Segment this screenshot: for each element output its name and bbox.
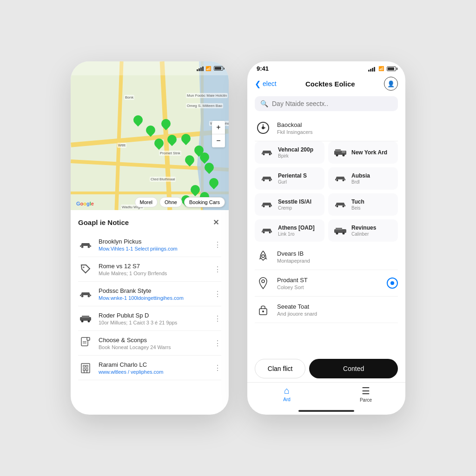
map-label: Cted Bluthnaal bbox=[150, 177, 176, 182]
svg-point-32 bbox=[269, 179, 271, 181]
scroll-area[interactable]: Baockoal Fkil Insingacers bbox=[247, 115, 405, 354]
more-button[interactable]: ⋮ bbox=[214, 314, 221, 323]
more-button[interactable]: ⋮ bbox=[214, 339, 221, 348]
map-tab-booking[interactable]: Booking Cars bbox=[184, 197, 225, 207]
grid-item-content: Periental S Gurl bbox=[278, 172, 307, 185]
zoom-in-button[interactable]: + bbox=[212, 121, 225, 134]
map-pin bbox=[167, 135, 177, 146]
list-item-title: Podssc Brank Styte bbox=[99, 287, 208, 294]
tab-parce[interactable]: ☰ Parce bbox=[326, 385, 405, 403]
grid-item-content: Revinues Calinber bbox=[351, 225, 376, 237]
svg-point-29 bbox=[343, 154, 345, 157]
svg-rect-15 bbox=[86, 365, 88, 367]
grid-item-athens[interactable]: Athens [OAD] Link 1ro bbox=[255, 219, 324, 242]
search-icon: 🔍 bbox=[260, 100, 268, 107]
svg-point-7 bbox=[81, 320, 84, 323]
list-item-content: Rome vs 12 S7 Mule Malres; 1 Oorry Brrfe… bbox=[99, 263, 208, 276]
back-button[interactable]: ❮ elect bbox=[255, 79, 277, 88]
grid-item-periental[interactable]: Periental S Gurl bbox=[255, 167, 324, 190]
confirm-button[interactable]: Conted bbox=[309, 359, 398, 378]
item-subtitle: Montapeprand bbox=[277, 258, 398, 264]
back-label: elect bbox=[263, 80, 277, 87]
status-icons-right: 📶 bbox=[368, 66, 396, 72]
search-bar[interactable]: 🔍 bbox=[255, 96, 398, 111]
svg-point-1 bbox=[88, 246, 90, 248]
signal-bars-icon bbox=[368, 66, 375, 72]
item-title: Prodant ST bbox=[277, 277, 381, 284]
home-icon: ⌂ bbox=[284, 385, 290, 396]
map-label: Omeg S. Milteen Bao bbox=[186, 103, 223, 108]
svg-rect-27 bbox=[335, 149, 341, 152]
list-item-baockoal: Baockoal Fkil Insingacers bbox=[255, 115, 398, 141]
grid-item-title: Vehncal 200p bbox=[278, 146, 313, 153]
list-item: Podssc Brank Styte Mow.wnke-1 100ldoinge… bbox=[78, 282, 221, 306]
list-item: Brooklyn Pickus Mow.Vihles 1-1 Select pr… bbox=[78, 232, 221, 257]
grid-item-tuch[interactable]: Tuch Beis bbox=[328, 193, 398, 216]
map-pin bbox=[185, 155, 194, 166]
grid-item-title: Sesstle IS/Al bbox=[278, 198, 311, 205]
more-button[interactable]: ⋮ bbox=[214, 265, 221, 274]
more-button[interactable]: ⋮ bbox=[214, 240, 221, 249]
map-bg: Bonk Mun Foobc Maie Holcitn Omeg S. Milt… bbox=[71, 61, 229, 210]
grid-item-vehncal[interactable]: Vehncal 200p Bpirk bbox=[255, 141, 324, 164]
more-button[interactable]: ⋮ bbox=[214, 364, 221, 372]
svg-rect-16 bbox=[83, 369, 85, 370]
grid-item-subtitle: Calinber bbox=[351, 231, 376, 237]
car-icon bbox=[78, 286, 93, 301]
grid-item-newyork[interactable]: New York Ard bbox=[328, 141, 398, 164]
map-tab-ohne[interactable]: Ohne bbox=[159, 197, 182, 207]
list-item-content: Dvears IB Montapeprand bbox=[277, 250, 398, 264]
grid-item-content: Aubsia Brdl bbox=[351, 172, 370, 185]
person-icon: 👤 bbox=[387, 80, 395, 87]
bottom-actions: Clan flict Conted bbox=[247, 354, 405, 382]
car-icon bbox=[260, 198, 273, 211]
cancel-button[interactable]: Clan flict bbox=[255, 359, 305, 378]
grid-item-subtitle: Beis bbox=[351, 205, 364, 211]
list-item-title: Rome vs 12 S7 bbox=[99, 263, 208, 270]
svg-point-46 bbox=[262, 280, 264, 283]
svg-point-28 bbox=[336, 154, 338, 157]
svg-point-44 bbox=[343, 232, 345, 235]
list-item-content: Prodant ST Coloey Sort bbox=[277, 277, 381, 290]
map-pin bbox=[209, 178, 218, 189]
grid-item-content: New York Ard bbox=[351, 149, 387, 156]
map-pin bbox=[154, 139, 164, 150]
zoom-out-button[interactable]: − bbox=[212, 134, 225, 147]
grid-item-sesstle[interactable]: Sesstle IS/Al Cremp bbox=[255, 193, 324, 216]
profile-button[interactable]: 👤 bbox=[384, 77, 398, 91]
tab-bar: ⌂ Ard ☰ Parce bbox=[247, 382, 405, 408]
svg-point-4 bbox=[88, 295, 90, 298]
tag-icon bbox=[78, 262, 93, 277]
grid-item-revinues[interactable]: Revinues Calinber bbox=[328, 219, 398, 242]
car-icon bbox=[260, 146, 273, 159]
item-title: Seeate Toat bbox=[277, 303, 398, 310]
tab-label: Ard bbox=[283, 397, 291, 402]
item-title: Dvears IB bbox=[277, 250, 398, 257]
svg-point-39 bbox=[263, 231, 265, 233]
map-tab-morel[interactable]: Morel bbox=[135, 197, 158, 207]
svg-point-24 bbox=[263, 153, 265, 155]
list-header: Goapl ie Notice ✕ bbox=[78, 210, 221, 232]
list-item-content: Choose & Sconps Book Noneat Locagey 24 W… bbox=[99, 337, 208, 350]
grid-item-aubsia[interactable]: Aubsia Brdl bbox=[328, 167, 398, 190]
search-input[interactable] bbox=[272, 100, 392, 107]
grid-item-title: Revinues bbox=[351, 225, 376, 231]
svg-point-38 bbox=[343, 205, 344, 207]
list-item-dvears: Dvears IB Montapeprand bbox=[255, 244, 398, 270]
clock-icon bbox=[255, 119, 271, 136]
grid-item-subtitle: Link 1ro bbox=[278, 231, 315, 237]
grid-item-content: Sesstle IS/Al Cremp bbox=[278, 198, 311, 211]
radio-button[interactable] bbox=[387, 278, 398, 289]
map-area: Bonk Mun Foobc Maie Holcitn Omeg S. Milt… bbox=[71, 61, 229, 210]
grid-item-title: Aubsia bbox=[351, 172, 370, 179]
chevron-left-icon: ❮ bbox=[255, 79, 261, 88]
tab-label: Parce bbox=[360, 397, 372, 403]
van-icon bbox=[334, 146, 347, 159]
tab-home[interactable]: ⌂ Ard bbox=[247, 385, 326, 403]
svg-point-0 bbox=[81, 246, 84, 248]
more-button[interactable]: ⋮ bbox=[214, 290, 221, 298]
list-item: Roder Publut Sp D 10or Millues; 1 Caict … bbox=[78, 306, 221, 331]
battery-icon bbox=[387, 66, 396, 71]
svg-point-43 bbox=[336, 232, 338, 235]
close-button[interactable]: ✕ bbox=[210, 217, 221, 228]
